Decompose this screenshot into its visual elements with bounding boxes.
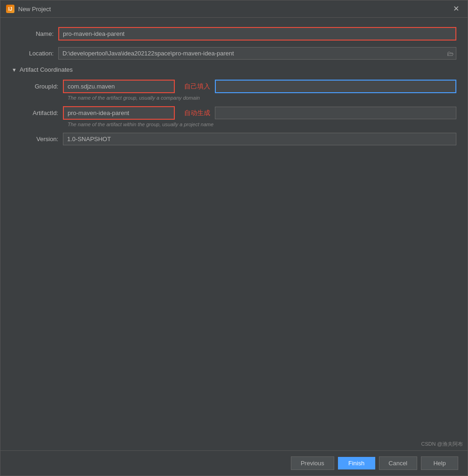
groupid-input-container: 自己填入 (63, 80, 456, 93)
artifactid-hint-row: The name of the artifact within the grou… (21, 122, 456, 127)
artifactid-row: ArtifactId: 自动生成 (21, 106, 456, 120)
artifactid-extra-input[interactable] (215, 107, 456, 119)
cancel-button[interactable]: Cancel (379, 456, 417, 470)
name-input-wrapper (58, 27, 456, 41)
folder-icon: 🗁 (447, 50, 454, 57)
artifactid-label: ArtifactId: (21, 109, 63, 116)
version-row: Version: (21, 133, 456, 145)
artifact-section-title: Artifact Coordinates (20, 66, 73, 73)
title-bar-left: IJ New Project (6, 5, 51, 13)
groupid-row: GroupId: 自己填入 (21, 80, 456, 93)
help-button[interactable]: Help (421, 456, 458, 470)
groupid-extra-input[interactable] (215, 80, 456, 93)
location-input[interactable] (58, 47, 456, 60)
groupid-annotation: 自己填入 (184, 82, 210, 91)
location-label: Location: (12, 50, 58, 57)
version-label: Version: (21, 136, 63, 143)
location-input-wrapper: 🗁 (58, 47, 456, 60)
dialog-title: New Project (18, 6, 51, 13)
artifactid-annotation: 自动生成 (184, 109, 210, 117)
name-row: Name: (12, 27, 456, 41)
previous-button[interactable]: Previous (291, 456, 334, 470)
artifactid-input[interactable] (63, 106, 175, 120)
section-toggle-icon[interactable]: ▼ (12, 67, 17, 73)
version-input[interactable] (63, 133, 456, 145)
new-project-dialog: IJ New Project ✕ Name: Location: 🗁 ▼ Art… (0, 0, 468, 476)
location-row: Location: 🗁 (12, 47, 456, 60)
close-button[interactable]: ✕ (450, 4, 462, 14)
title-bar: IJ New Project ✕ (0, 0, 468, 18)
dialog-footer: Previous Finish Cancel Help (0, 450, 468, 476)
dialog-content: Name: Location: 🗁 ▼ Artifact Coordinates… (0, 18, 468, 476)
groupid-label: GroupId: (21, 83, 63, 90)
app-icon: IJ (6, 5, 14, 13)
groupid-hint: The name of the artifact group, usually … (68, 95, 200, 101)
groupid-hint-row: The name of the artifact group, usually … (21, 95, 456, 101)
name-label: Name: (12, 30, 58, 37)
artifactid-input-container: 自动生成 (63, 106, 456, 120)
artifact-section-header: ▼ Artifact Coordinates (12, 66, 456, 73)
artifact-section: GroupId: 自己填入 The name of the artifact g… (12, 80, 456, 145)
finish-button[interactable]: Finish (338, 457, 375, 469)
groupid-input[interactable] (63, 80, 175, 93)
watermark: CSDN @渔夫阿布 (421, 441, 463, 448)
version-input-container (63, 133, 456, 145)
artifactid-hint: The name of the artifact within the grou… (68, 122, 213, 127)
name-input[interactable] (58, 27, 456, 41)
